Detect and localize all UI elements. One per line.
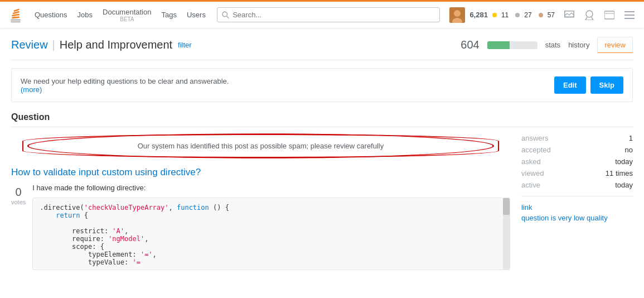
sidebar-row-active: active today (521, 181, 633, 189)
bronze-badge-dot (539, 13, 543, 17)
search-bar (217, 7, 440, 22)
sidebar-row-accepted: accepted no (521, 146, 633, 154)
gold-badge-dot (492, 13, 497, 17)
active-label: active (521, 181, 540, 189)
svg-line-7 (226, 16, 229, 18)
svg-rect-1 (11, 21, 20, 22)
sidebar-row-viewed: viewed 11 times (521, 169, 633, 177)
search-icon (222, 11, 229, 19)
asked-label: asked (521, 157, 541, 166)
answers-value: 1 (629, 134, 633, 142)
sidebar-row-asked: asked today (521, 157, 633, 166)
review-count: 604 (461, 39, 479, 51)
question-content: I have made the following directive: .di… (32, 184, 510, 270)
sidebar-row-answers: answers 1 (521, 134, 633, 142)
nav-documentation[interactable]: Documentation BETA (98, 4, 156, 26)
vote-column: 0 votes (11, 184, 26, 205)
review-subtitle: Help and Improvement (60, 39, 172, 51)
more-link[interactable]: (more) (21, 85, 229, 94)
accepted-value: no (625, 146, 633, 154)
svg-rect-3 (12, 13, 20, 16)
help-banner: We need your help editing questions to b… (11, 68, 633, 102)
question-left: Our system has identified this post as p… (11, 134, 510, 276)
help-message: We need your help editing questions to b… (21, 77, 229, 85)
link-link[interactable]: link (521, 203, 633, 212)
divider (521, 196, 633, 196)
vote-area: 0 votes I have made the following direct… (11, 184, 510, 270)
svg-rect-0 (11, 19, 20, 21)
reputation-score: 6,281 (469, 11, 488, 19)
svg-rect-4 (13, 11, 20, 14)
vote-count: 0 (16, 186, 22, 199)
help-icon[interactable] (602, 7, 617, 23)
svg-point-6 (222, 12, 227, 17)
code-scrollbar[interactable] (503, 198, 510, 270)
review-tab[interactable]: review (597, 37, 633, 53)
code-block: .directive('checkValueTypeArray', functi… (32, 198, 510, 270)
skip-button[interactable]: Skip (590, 76, 623, 94)
question-title[interactable]: How to validate input custom using direc… (11, 167, 510, 178)
sidebar-stats: answers 1 accepted no asked today viewed… (521, 134, 633, 222)
active-value: today (615, 181, 633, 189)
review-link[interactable]: Review (11, 39, 48, 51)
review-header: Review | Help and Improvement filter 604… (11, 28, 633, 60)
achievements-icon[interactable] (582, 7, 597, 23)
bronze-badge-count: 57 (548, 11, 555, 19)
review-meta: 604 stats history review (461, 37, 633, 53)
viewed-label: viewed (521, 169, 544, 177)
quality-link[interactable]: question is very low quality (521, 214, 633, 222)
spam-warning: Our system has identified this post as p… (22, 134, 499, 158)
svg-rect-2 (12, 16, 20, 18)
gold-badge-count: 11 (501, 11, 509, 19)
history-link[interactable]: history (568, 41, 589, 49)
question-text: I have made the following directive: (32, 184, 510, 192)
search-input[interactable] (233, 11, 435, 19)
question-sidebar: answers 1 accepted no asked today viewed… (521, 134, 633, 276)
question-label: Question (11, 112, 633, 127)
main-content: Review | Help and Improvement filter 604… (0, 28, 644, 276)
nav-links: Questions Jobs Documentation BETA Tags U… (30, 4, 210, 26)
code-scrollbar-thumb (503, 198, 510, 215)
accepted-label: accepted (521, 146, 551, 154)
edit-button[interactable]: Edit (554, 76, 586, 94)
spam-warning-text: Our system has identified this post as p… (138, 142, 384, 150)
silver-badge-dot (515, 13, 520, 17)
svg-point-11 (586, 11, 593, 17)
answers-label: answers (521, 134, 548, 142)
hamburger-icon[interactable] (622, 7, 637, 23)
silver-badge-count: 27 (524, 11, 531, 19)
nav-users[interactable]: Users (182, 7, 210, 22)
separator: | (52, 39, 55, 51)
help-actions: Edit Skip (554, 76, 623, 94)
asked-value: today (615, 157, 633, 166)
progress-bar-fill (487, 41, 510, 49)
help-text: We need your help editing questions to b… (21, 77, 229, 94)
vote-label: votes (11, 199, 26, 205)
avatar[interactable] (449, 7, 465, 23)
inbox-icon[interactable] (561, 7, 577, 23)
top-navigation: Questions Jobs Documentation BETA Tags U… (0, 0, 644, 28)
user-info: 6,281 11 27 57 (449, 7, 637, 23)
filter-link[interactable]: filter (178, 41, 192, 49)
stats-link[interactable]: stats (545, 41, 560, 49)
site-logo[interactable] (7, 6, 25, 24)
nav-questions[interactable]: Questions (30, 7, 72, 22)
viewed-value: 11 times (606, 169, 633, 177)
svg-point-9 (454, 10, 461, 17)
question-section: Question Our system has identified this … (11, 112, 633, 276)
nav-jobs[interactable]: Jobs (73, 7, 97, 22)
nav-tags[interactable]: Tags (157, 7, 181, 22)
progress-bar (487, 41, 538, 49)
question-body: Our system has identified this post as p… (11, 134, 633, 276)
svg-rect-12 (604, 11, 614, 19)
